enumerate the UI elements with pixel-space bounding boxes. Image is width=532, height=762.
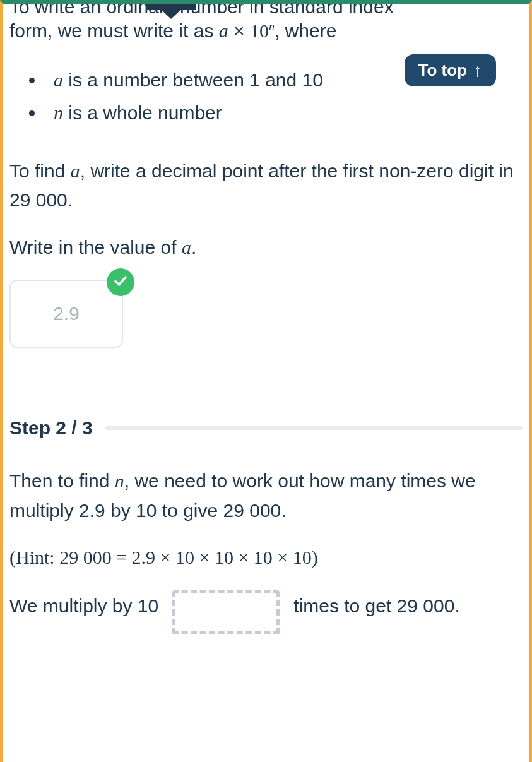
- variable-a: a: [219, 20, 228, 41]
- lesson-frame: To top ↑ To write an ordinary number in …: [0, 0, 532, 762]
- prompt-a: Write in the value of a.: [9, 233, 523, 263]
- step-header: Step 2 / 3: [9, 417, 523, 439]
- lesson-content: To write an ordinary number in standard …: [9, 4, 523, 634]
- intro-paragraph: form, we must write it as a × 10n, where: [9, 16, 523, 46]
- find-n-paragraph: Then to find n, we need to work out how …: [9, 467, 523, 525]
- correct-badge: [107, 268, 134, 296]
- arrow-up-icon: ↑: [473, 62, 482, 80]
- hint-paragraph: (Hint: 29 000 = 2.9 × 10 × 10 × 10 × 10): [9, 543, 523, 573]
- to-top-button[interactable]: To top ↑: [405, 54, 496, 86]
- fill-right-text: times to get 29 000.: [293, 590, 523, 622]
- intro-truncated-line: To write an ordinary number in standard …: [9, 4, 523, 16]
- step-divider: [105, 426, 523, 430]
- answer-n-blank[interactable]: [172, 590, 280, 634]
- answer-a-wrap: [9, 280, 123, 348]
- check-icon: [113, 273, 128, 291]
- answer-a-input[interactable]: [9, 280, 123, 348]
- fill-in-row: We multiply by 10 times to get 29 000.: [9, 590, 523, 634]
- find-a-paragraph: To find a, write a decimal point after t…: [9, 157, 523, 215]
- progress-pointer: [158, 3, 184, 19]
- fill-left-text: We multiply by 10: [9, 590, 158, 622]
- step-label: Step 2 / 3: [9, 417, 93, 439]
- rule-n: n is a whole number: [45, 97, 523, 130]
- exponent-n: n: [269, 20, 275, 33]
- to-top-label: To top: [418, 61, 467, 80]
